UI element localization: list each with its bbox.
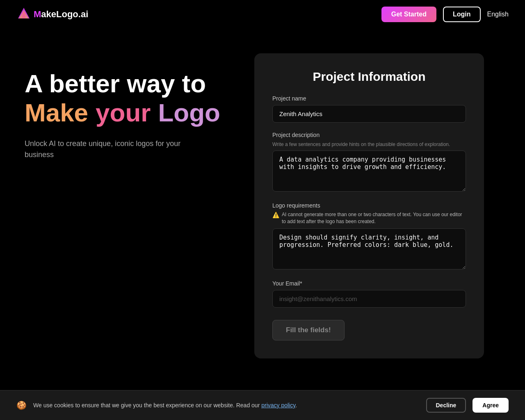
login-button[interactable]: Login xyxy=(443,7,481,22)
project-description-label: Project description xyxy=(272,132,466,138)
hero-line1: A better way to xyxy=(25,70,238,98)
hero-your: your xyxy=(96,98,151,128)
hero-section: A better way to Make your Logo Unlock AI… xyxy=(25,53,238,160)
logo[interactable]: MakeLogo.ai xyxy=(16,7,88,22)
project-name-label: Project name xyxy=(272,95,466,102)
logo-requirements-textarea[interactable]: Design should signify clarity, insight, … xyxy=(272,228,466,269)
language-selector[interactable]: English xyxy=(487,11,509,18)
cookie-icon: 🍪 xyxy=(16,400,27,410)
hero-line2: Make your Logo xyxy=(25,98,238,128)
email-label: Your Email* xyxy=(272,280,466,287)
svg-rect-2 xyxy=(22,12,25,18)
cookie-text: We use cookies to ensure that we give yo… xyxy=(33,402,420,409)
header-actions: Get Started Login English xyxy=(381,7,509,22)
email-group: Your Email* xyxy=(272,280,466,308)
agree-button[interactable]: Agree xyxy=(472,398,509,413)
project-description-textarea[interactable]: A data analytics company providing busin… xyxy=(272,151,466,192)
warning-text: AI cannot generate more than one or two … xyxy=(282,211,466,225)
logo-requirements-label: Logo requirements xyxy=(272,202,466,209)
makelogo-icon xyxy=(16,7,31,22)
hero-make: Make xyxy=(25,98,88,128)
warning-icon: ⚠️ xyxy=(272,212,279,218)
email-input[interactable] xyxy=(272,290,466,308)
logo-text: MakeLogo.ai xyxy=(34,9,88,20)
hero-subtitle: Unlock AI to create unique, iconic logos… xyxy=(25,138,189,160)
cookie-banner: 🍪 We use cookies to ensure that we give … xyxy=(0,390,525,420)
project-description-hint: Write a few sentences and provide hints … xyxy=(272,142,466,147)
project-info-card: Project Information Project name Project… xyxy=(254,53,484,358)
card-title: Project Information xyxy=(272,70,466,84)
project-description-group: Project description Write a few sentence… xyxy=(272,132,466,193)
project-name-group: Project name xyxy=(272,95,466,123)
project-name-input[interactable] xyxy=(272,105,466,123)
submit-button[interactable]: Fill the fields! xyxy=(272,320,345,340)
logo-warning: ⚠️ AI cannot generate more than one or t… xyxy=(272,211,466,225)
header: MakeLogo.ai Get Started Login English xyxy=(0,0,525,29)
privacy-policy-link[interactable]: privacy policy xyxy=(261,402,295,409)
decline-button[interactable]: Decline xyxy=(426,398,466,413)
hero-logo: Logo xyxy=(158,98,220,128)
main-content: A better way to Make your Logo Unlock AI… xyxy=(0,29,525,375)
get-started-button[interactable]: Get Started xyxy=(381,7,436,22)
logo-requirements-group: Logo requirements ⚠️ AI cannot generate … xyxy=(272,202,466,271)
